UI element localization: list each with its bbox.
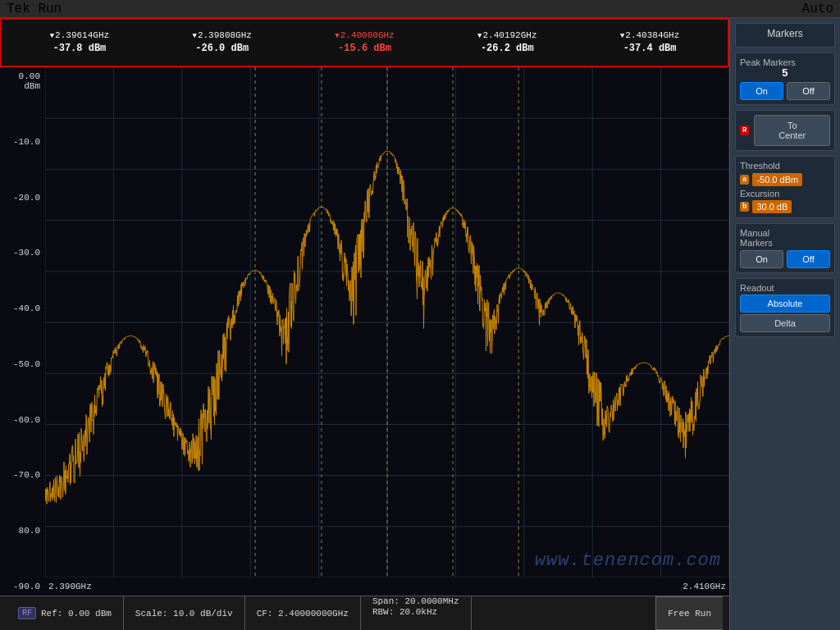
ref-param: RF Ref: 0.00 dBm <box>7 596 124 630</box>
y-axis: 0.00 dBm-10.0-20.0-30.0-40.0-50.0-60.0-7… <box>0 67 45 596</box>
manual-markers-off-button[interactable]: Off <box>787 250 830 268</box>
x-label-right: 2.410GHz <box>682 582 726 591</box>
free-run-label: Free Run <box>668 609 711 619</box>
y-label: -60.0 <box>2 415 43 425</box>
excursion-label: Excursion <box>740 189 779 199</box>
y-label: -20.0 <box>2 193 43 203</box>
delta-button[interactable]: Delta <box>740 314 830 332</box>
top-bar-right: Auto <box>802 2 833 16</box>
scale-param: Scale: 10.0 dB/div <box>124 596 245 630</box>
marker-freq: 2.40192GHz <box>477 30 536 42</box>
marker-item: 2.40000GHz-15.6 dBm <box>335 30 394 56</box>
scale-label: Scale: 10.0 dB/div <box>135 609 233 619</box>
y-label: -50.0 <box>2 359 43 369</box>
markers-title: Markers <box>740 28 830 39</box>
threshold-label: Threshold <box>740 161 780 171</box>
marker-amp: -37.8 dBm <box>52 42 106 56</box>
rbw-label: RBW: 20.0kHz <box>372 607 437 617</box>
marker-freq: 2.40384GHz <box>620 30 679 42</box>
watermark: www.tenencom.com <box>535 550 721 571</box>
marker-amp: -26.2 dBm <box>481 42 534 56</box>
y-label: -30.0 <box>2 248 43 258</box>
y-label: -90.0 <box>2 582 43 591</box>
ref-label: Ref: 0.00 dBm <box>41 609 112 619</box>
y-label: 80.0 <box>2 526 43 536</box>
marker-amp: -15.6 dBm <box>338 42 391 56</box>
marker-readout: 2.39614GHz-37.8 dBm2.39808GHz-26.0 dBm2.… <box>0 18 729 67</box>
content-area: 2.39614GHz-37.8 dBm2.39808GHz-26.0 dBm2.… <box>0 18 840 630</box>
marker-item: 2.39808GHz-26.0 dBm <box>192 30 251 56</box>
marker-item: 2.40192GHz-26.2 dBm <box>477 30 536 56</box>
bottom-bar: RF Ref: 0.00 dBm Scale: 10.0 dB/div CF: … <box>0 596 729 630</box>
top-bar: Tek Run Auto <box>0 0 840 18</box>
marker-freq: 2.39808GHz <box>192 30 251 42</box>
top-bar-left: Tek Run <box>7 2 62 16</box>
excursion-value[interactable]: 30.0 dB <box>752 200 792 213</box>
manual-markers-on-button[interactable]: On <box>740 250 783 268</box>
markers-section: Markers <box>735 23 835 48</box>
peak-markers-toggle: On Off <box>740 82 830 100</box>
y-label: 0.00 dBm <box>2 71 43 91</box>
cf-param: CF: 2.40000000GHz <box>245 596 361 630</box>
peak-markers-section: Peak Markers 5 On Off <box>735 52 835 105</box>
y-label: -10.0 <box>2 137 43 147</box>
spectrum-canvas <box>45 67 729 578</box>
marker-item: 2.40384GHz-37.4 dBm <box>620 30 679 56</box>
marker-amp: -37.4 dBm <box>623 42 677 56</box>
to-center-section: R ToCenter <box>735 110 835 151</box>
x-label-left: 2.390GHz <box>48 582 92 591</box>
main-container: Tek Run Auto 2.39614GHz-37.8 dBm2.39808G… <box>0 0 840 630</box>
marker-freq: 2.40000GHz <box>335 30 394 42</box>
y-label: -40.0 <box>2 304 43 313</box>
absolute-button[interactable]: Absolute <box>740 294 830 313</box>
peak-markers-off-button[interactable]: Off <box>787 82 830 100</box>
to-center-button[interactable]: ToCenter <box>754 115 830 146</box>
manual-markers-label: Manual Markers <box>740 228 830 248</box>
marker-item: 2.39614GHz-37.8 dBm <box>50 30 109 56</box>
plot-area: 2.39614GHz-37.8 dBm2.39808GHz-26.0 dBm2.… <box>0 18 729 630</box>
marker-amp: -26.0 dBm <box>195 42 249 56</box>
x-labels-row: 2.390GHz 2.410GHz <box>45 578 729 596</box>
peak-markers-on-button[interactable]: On <box>740 82 783 100</box>
threshold-section: Threshold a -50.0 dBm Excursion b 30.0 d… <box>735 156 835 218</box>
span-rbw-param: Span: 20.0000MHz RBW: 20.0kHz <box>361 596 472 630</box>
peak-markers-label: Peak Markers <box>740 57 830 67</box>
readout-label: Readout <box>740 283 830 293</box>
threshold-value[interactable]: -50.0 dBm <box>752 173 802 186</box>
cf-label: CF: 2.40000000GHz <box>257 609 349 619</box>
y-label: -70.0 <box>2 470 43 480</box>
graph-container: 0.00 dBm-10.0-20.0-30.0-40.0-50.0-60.0-7… <box>0 67 729 596</box>
free-run-param: Free Run <box>655 596 723 630</box>
span-label: Span: 20.0000MHz <box>372 596 459 606</box>
manual-markers-toggle: On Off <box>740 250 830 268</box>
excursion-badge: b <box>740 202 749 212</box>
r-badge: R <box>740 126 749 135</box>
threshold-badge: a <box>740 175 749 185</box>
right-panel: Markers Peak Markers 5 On Off R ToCenter <box>729 18 840 630</box>
rf-badge: RF <box>18 607 36 619</box>
readout-section: Readout Absolute Delta <box>735 278 835 337</box>
peak-markers-count: 5 <box>740 67 830 80</box>
marker-freq: 2.39614GHz <box>50 30 109 42</box>
manual-markers-section: Manual Markers On Off <box>735 223 835 273</box>
